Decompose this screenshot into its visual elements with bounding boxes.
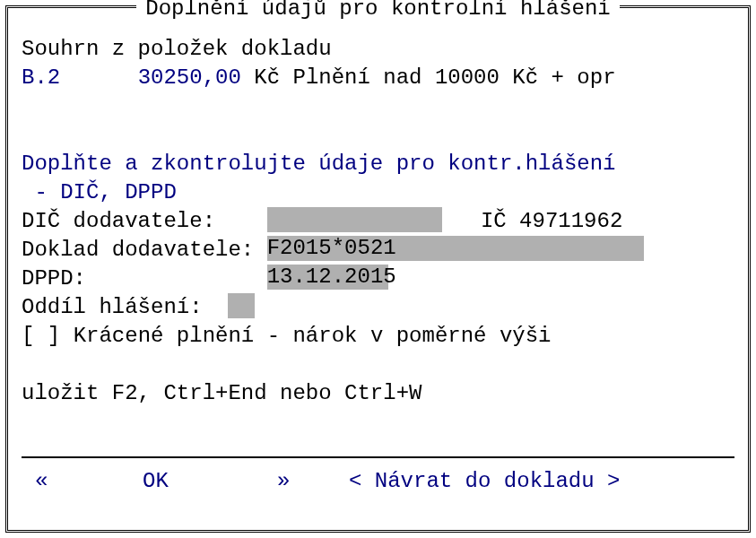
blank-row-2 xyxy=(22,121,734,150)
dialog-frame: Doplnění údajů pro kontrolní hlášení Sou… xyxy=(5,5,751,533)
summary-section-code: B.2 xyxy=(22,65,60,90)
dialog-title: Doplnění údajů pro kontrolní hlášení xyxy=(136,0,619,23)
prev-button[interactable]: « xyxy=(35,467,71,496)
kracene-label: Krácené plnění - nárok v poměrné výši xyxy=(74,324,552,348)
button-row: « OK » < Návrat do dokladu > xyxy=(35,467,721,496)
ic-label: IČ xyxy=(481,209,507,233)
doklad-label: Doklad dodavatele: xyxy=(22,238,254,262)
oddil-row: Oddíl hlášení: xyxy=(22,293,734,322)
instruction-line1: Doplňte a zkontrolujte údaje pro kontr.h… xyxy=(22,150,734,178)
dppd-input[interactable]: 13.12.2015 xyxy=(267,265,388,290)
instruction-line2: - DIČ, DPPD xyxy=(22,178,734,207)
dialog-content: Souhrn z položek dokladu B.2 30250,00 Kč… xyxy=(22,35,734,530)
blank-row-1 xyxy=(22,92,734,121)
kracene-row: [ ] Krácené plnění - nárok v poměrné výš… xyxy=(22,322,734,351)
dic-row: DIČ dodavatele: IČ 49711962 xyxy=(22,207,734,236)
doklad-input[interactable]: F2015*0521 xyxy=(267,236,644,261)
oddil-input[interactable] xyxy=(228,293,255,318)
doklad-row: Doklad dodavatele: F2015*0521 xyxy=(22,236,734,265)
dppd-label: DPPD: xyxy=(22,266,86,291)
blank-row-3 xyxy=(22,351,734,379)
dppd-row: DPPD: 13.12.2015 xyxy=(22,265,734,293)
ok-button[interactable]: OK xyxy=(143,467,178,496)
separator-line xyxy=(22,456,734,458)
summary-desc: Kč Plnění nad 10000 Kč + opr xyxy=(254,65,615,90)
next-button[interactable]: » xyxy=(277,467,304,496)
hint-row: uložit F2, Ctrl+End nebo Ctrl+W xyxy=(22,379,734,408)
summary-row: B.2 30250,00 Kč Plnění nad 10000 Kč + op… xyxy=(22,64,734,92)
return-button[interactable]: < Návrat do dokladu > xyxy=(349,467,721,496)
oddil-label: Oddíl hlášení: xyxy=(22,295,203,319)
kracene-checkbox[interactable] xyxy=(34,324,47,348)
ic-value: 49711962 xyxy=(519,209,622,233)
summary-header: Souhrn z položek dokladu xyxy=(22,35,734,64)
dic-label: DIČ dodavatele: xyxy=(22,209,215,233)
summary-amount: 30250,00 xyxy=(138,65,241,90)
dic-input[interactable] xyxy=(267,207,442,232)
